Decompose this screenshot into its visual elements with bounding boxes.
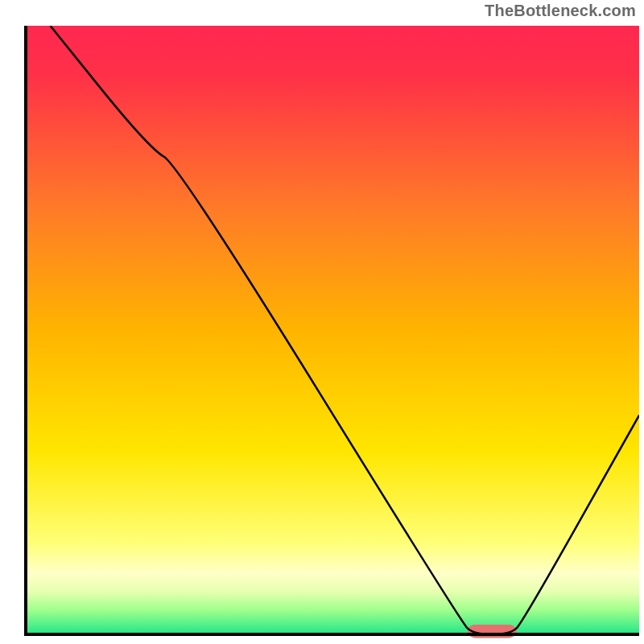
bottleneck-chart: [0, 0, 644, 644]
plot-background: [26, 26, 639, 634]
chart-container: TheBottleneck.com: [0, 0, 644, 644]
